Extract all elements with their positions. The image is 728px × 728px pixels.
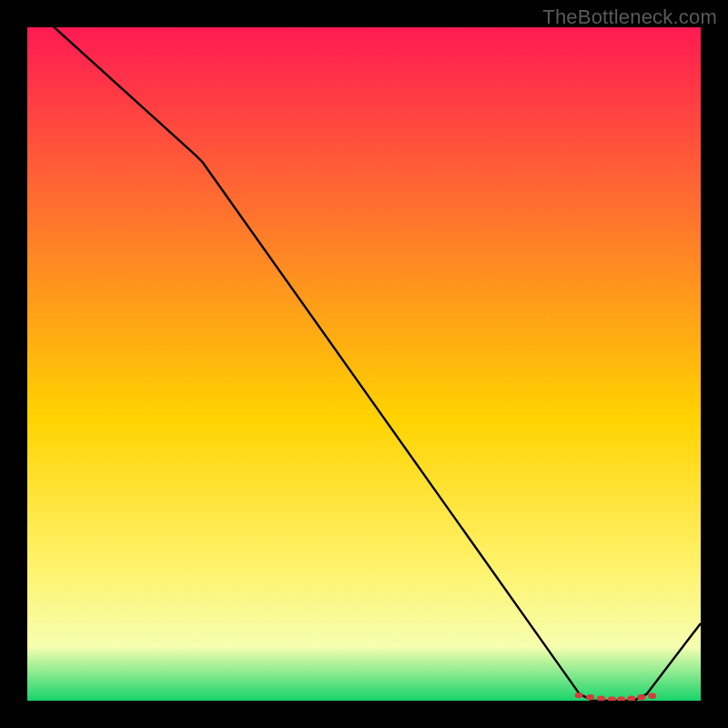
optimal-marker — [617, 696, 625, 701]
optimal-marker — [608, 696, 616, 701]
optimal-marker — [648, 693, 656, 699]
optimal-marker — [637, 694, 645, 700]
series-line — [27, 27, 701, 701]
chart-overlay — [27, 27, 701, 701]
optimal-marker — [627, 696, 635, 701]
optimal-markers — [575, 693, 657, 701]
optimal-marker — [586, 694, 594, 700]
plot-area — [27, 27, 701, 701]
attribution-text: TheBottleneck.com — [542, 5, 717, 29]
optimal-marker — [575, 693, 583, 698]
optimal-marker — [597, 696, 605, 701]
chart-stage: TheBottleneck.com — [0, 0, 728, 728]
